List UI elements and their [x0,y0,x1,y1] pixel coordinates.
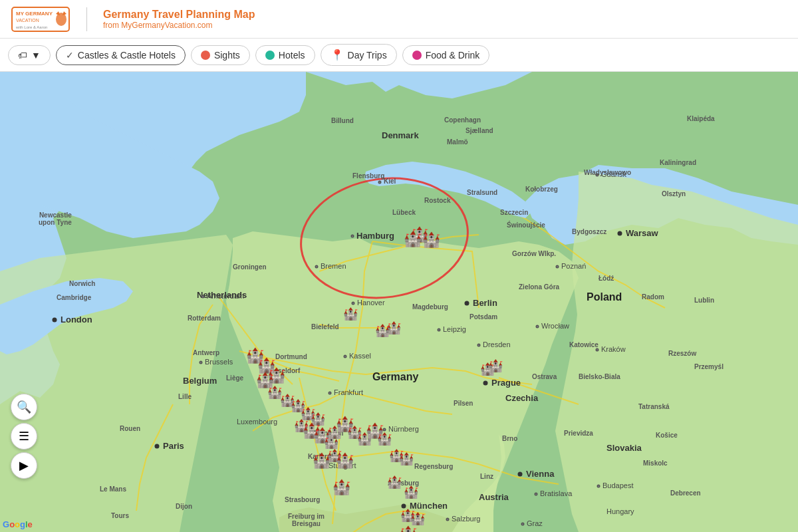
food-filter-button[interactable]: Food & Drink [402,45,490,65]
daytrips-pin-icon: 📍 [331,49,344,61]
svg-text:VACATION: VACATION [16,18,39,23]
map-title: Germany Travel Planning Map [103,9,255,21]
sights-dot-icon [201,51,210,60]
toolbar: 🏷 ▼ ✓ Castles & Castle Hotels Sights Hot… [0,39,798,72]
search-button[interactable]: 🔍 [11,394,37,420]
tag-dropdown-button[interactable]: 🏷 ▼ [8,45,51,65]
header-divider [86,7,87,31]
logo-image: MY GERMANY VACATION with Lore & Aaron [11,7,70,32]
title-area: Germany Travel Planning Map from MyGerma… [103,9,255,30]
food-dot-icon [412,51,422,60]
sights-filter-button[interactable]: Sights [191,45,250,65]
logo-area: MY GERMANY VACATION with Lore & Aaron Ge… [11,7,255,32]
hotels-filter-button[interactable]: Hotels [255,45,315,65]
daytrips-filter-button[interactable]: 📍 Day Trips [321,44,397,66]
layers-button[interactable]: ☰ [11,423,37,450]
hotels-dot-icon [265,51,275,60]
castles-filter-label: Castles & Castle Hotels [78,50,176,61]
directions-icon: ▶ [19,458,29,473]
map-subtitle: from MyGermanyVacation.com [103,21,255,30]
svg-point-4 [56,13,66,26]
hotels-filter-label: Hotels [279,50,305,61]
castles-check-icon: ✓ [66,50,74,61]
layers-icon: ☰ [19,429,29,444]
tag-chevron: ▼ [31,50,41,61]
svg-text:MY GERMANY: MY GERMANY [16,11,53,17]
daytrips-filter-label: Day Trips [348,50,387,61]
map-background[interactable]: Germany Poland Belgium Netherlands Czech… [0,72,798,532]
search-icon: 🔍 [17,400,31,414]
food-filter-label: Food & Drink [426,50,480,61]
map-svg [0,72,798,532]
directions-button[interactable]: ▶ [11,452,37,479]
map-controls: 🔍 ☰ ▶ [11,394,37,479]
map-container[interactable]: Germany Poland Belgium Netherlands Czech… [0,72,798,532]
castles-filter-button[interactable]: ✓ Castles & Castle Hotels [56,45,186,65]
google-logo: Google [3,519,33,529]
svg-text:with Lore & Aaron: with Lore & Aaron [15,25,47,29]
tag-icon: 🏷 [18,50,27,61]
header: MY GERMANY VACATION with Lore & Aaron Ge… [0,0,798,39]
sights-filter-label: Sights [214,50,240,61]
